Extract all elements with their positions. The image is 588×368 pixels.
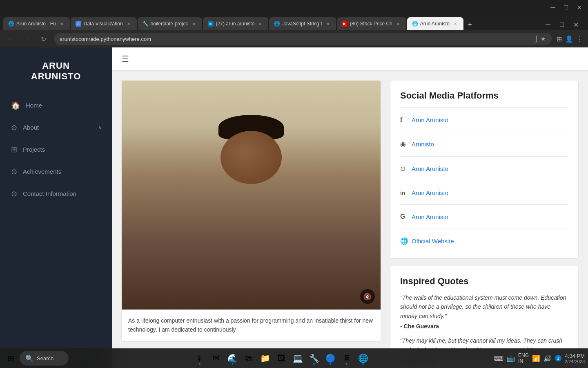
tab-1[interactable]: 🌐 Arun Arunisto - Fu ✕ bbox=[3, 17, 70, 30]
back-button[interactable]: ← bbox=[5, 33, 16, 45]
browser2-icon: 🔵 bbox=[325, 353, 336, 363]
extensions-icon[interactable]: ⊞ bbox=[557, 35, 562, 43]
google-icon: G bbox=[400, 213, 408, 220]
tab-5[interactable]: 🌐 JavaScript String t ✕ bbox=[269, 17, 336, 30]
date-display: 2/24/2023 bbox=[565, 359, 585, 364]
website-link[interactable]: Official Website bbox=[412, 238, 454, 245]
windows-logo: ⊞ bbox=[7, 353, 14, 363]
terminal-icon: 💻 bbox=[293, 353, 303, 363]
taskbar-app-media[interactable]: 🎙 bbox=[192, 351, 207, 366]
share-icon[interactable]: ⎦ bbox=[535, 36, 537, 42]
notification-count: 1 bbox=[557, 356, 559, 361]
logo-line1: ARUN bbox=[10, 61, 102, 71]
taskbar-app-photos[interactable]: 🖼 bbox=[274, 351, 289, 366]
taskbar-app-chrome[interactable]: 🌐 bbox=[356, 351, 370, 366]
mute-button[interactable]: 🔇 bbox=[360, 289, 375, 304]
display-icon[interactable]: 📺 bbox=[507, 355, 515, 362]
reload-button[interactable]: ↻ bbox=[38, 33, 49, 45]
tab-2[interactable]: A Data Visualization ✕ bbox=[71, 17, 137, 30]
person-silhouette bbox=[122, 81, 381, 310]
sidebar-logo-text: ARUN ARUNISTO bbox=[10, 61, 102, 82]
facebook-link[interactable]: Arun Arunisto bbox=[412, 117, 448, 123]
system-time[interactable]: 4:34 PM 2/24/2023 bbox=[565, 353, 585, 364]
keyboard-icon[interactable]: ⌨ bbox=[494, 355, 503, 362]
url-text: arunistocomrade.pythonanywhere.com bbox=[60, 36, 531, 42]
quote-1-text: "The walls of the educational system mus… bbox=[400, 293, 568, 321]
sidebar-item-home-label: Home bbox=[26, 102, 42, 109]
taskbar: ⊞ 🔍 Search 🎙 ✉ 🌊 🛍 📁 🖼 💻 🔧 bbox=[0, 348, 588, 368]
tab-4[interactable]: in (27) arun arunisto ✕ bbox=[203, 17, 269, 30]
search-label: Search bbox=[37, 355, 53, 361]
notification-badge[interactable]: 1 bbox=[555, 355, 561, 361]
new-tab-button[interactable]: + bbox=[464, 19, 476, 30]
tab-3[interactable]: 🔧 boilerplate-projec ✕ bbox=[138, 17, 202, 30]
tab-2-close[interactable]: ✕ bbox=[125, 20, 132, 27]
about-icon: ⊙ bbox=[11, 123, 17, 132]
start-button[interactable]: ⊞ bbox=[3, 351, 18, 366]
linkedin-link[interactable]: Arun Arunisto bbox=[412, 189, 448, 196]
lang-indicator[interactable]: ENGIN bbox=[518, 352, 529, 364]
tab-5-title: JavaScript String t bbox=[282, 21, 322, 27]
taskbar-app-dev[interactable]: 🖥 bbox=[339, 351, 354, 366]
sidebar-item-projects[interactable]: ⊞ Projects bbox=[0, 139, 112, 160]
title-minimize[interactable]: ─ bbox=[542, 19, 554, 30]
about-expand-icon[interactable]: ∨ bbox=[98, 125, 102, 130]
taskbar-app-terminal[interactable]: 💻 bbox=[290, 351, 305, 366]
chrome-icon: 🌐 bbox=[358, 353, 368, 363]
tab-4-close[interactable]: ✕ bbox=[257, 20, 263, 27]
minimize-btn[interactable]: ─ bbox=[547, 2, 559, 13]
url-bar[interactable]: arunistocomrade.pythonanywhere.com ⎦ ★ bbox=[54, 33, 552, 45]
tab-6[interactable]: ▶ (86) Stock Price Ch ✕ bbox=[337, 17, 406, 30]
time-display: 4:34 PM bbox=[565, 353, 585, 359]
google-link[interactable]: Arun Arunisto bbox=[412, 213, 448, 220]
tab-1-title: Arun Arunisto - Fu bbox=[16, 21, 56, 27]
volume-icon[interactable]: 🔊 bbox=[543, 355, 552, 362]
forward-button[interactable]: → bbox=[21, 33, 33, 45]
taskbar-app-pycharm[interactable]: 🔧 bbox=[307, 351, 321, 366]
social-item-github: ⊙ Arun Arunisto bbox=[400, 162, 568, 176]
sidebar-item-home[interactable]: 🏠 Home bbox=[0, 95, 112, 116]
sidebar-item-achievements[interactable]: ⊙ Achievements bbox=[0, 162, 112, 182]
taskbar-app-store[interactable]: 🛍 bbox=[241, 351, 256, 366]
bio-text: As a lifelong computer enthusiast with a… bbox=[128, 316, 374, 334]
taskbar-app-edge[interactable]: 🌊 bbox=[225, 351, 240, 366]
taskbar-search[interactable]: 🔍 Search bbox=[20, 351, 69, 366]
title-maximize[interactable]: □ bbox=[556, 19, 568, 30]
social-divider-4 bbox=[400, 204, 568, 205]
taskbar-app-files[interactable]: 📁 bbox=[258, 351, 272, 366]
pycharm-dot bbox=[313, 363, 315, 365]
github-link[interactable]: Arun Arunisto bbox=[412, 165, 448, 172]
main-column: 🔇 As a lifelong computer enthusiast with… bbox=[122, 81, 381, 368]
taskbar-app-browser2[interactable]: 🔵 bbox=[323, 351, 338, 366]
content-inner: 🔇 As a lifelong computer enthusiast with… bbox=[112, 71, 588, 368]
photos-icon: 🖼 bbox=[277, 354, 285, 363]
tab-5-favicon: 🌐 bbox=[274, 21, 280, 27]
profile-icon[interactable]: 👤 bbox=[565, 35, 573, 43]
tab-5-close[interactable]: ✕ bbox=[325, 20, 331, 27]
close-btn[interactable]: ✕ bbox=[573, 2, 585, 13]
tab-7[interactable]: 🌐 Arun Arunisto ✕ bbox=[407, 17, 463, 30]
taskbar-app-mail[interactable]: ✉ bbox=[209, 351, 223, 366]
social-item-website: 🌐 Official Website bbox=[400, 234, 568, 248]
hamburger-menu[interactable]: ☰ bbox=[122, 54, 578, 64]
maximize-btn[interactable]: □ bbox=[560, 2, 572, 13]
social-item-instagram: ◉ Arunisto bbox=[400, 137, 568, 151]
instagram-link[interactable]: Arunisto bbox=[412, 141, 434, 148]
tab-3-close[interactable]: ✕ bbox=[191, 20, 197, 27]
more-menu-icon[interactable]: ⋮ bbox=[577, 35, 583, 43]
tab-6-close[interactable]: ✕ bbox=[395, 20, 401, 27]
sidebar-item-about[interactable]: ⊙ About ∨ bbox=[0, 117, 112, 138]
tab-1-close[interactable]: ✕ bbox=[58, 20, 65, 27]
title-close[interactable]: ✕ bbox=[570, 19, 581, 30]
tab-7-close[interactable]: ✕ bbox=[452, 20, 459, 27]
network-icon[interactable]: 📶 bbox=[532, 355, 540, 362]
sidebar-nav: 🏠 Home ⊙ About ∨ ⊞ Projects ⊙ Achievemen… bbox=[0, 92, 112, 207]
github-icon: ⊙ bbox=[400, 165, 408, 173]
contact-icon: ⊙ bbox=[11, 189, 17, 198]
sidebar-item-contact[interactable]: ⊙ Contact Information bbox=[0, 184, 112, 204]
bookmark-icon[interactable]: ★ bbox=[541, 36, 546, 42]
profile-card: 🔇 As a lifelong computer enthusiast with… bbox=[122, 81, 381, 341]
tab-6-favicon: ▶ bbox=[342, 21, 347, 27]
mute-icon: 🔇 bbox=[363, 293, 372, 301]
edge-dot bbox=[232, 363, 233, 365]
